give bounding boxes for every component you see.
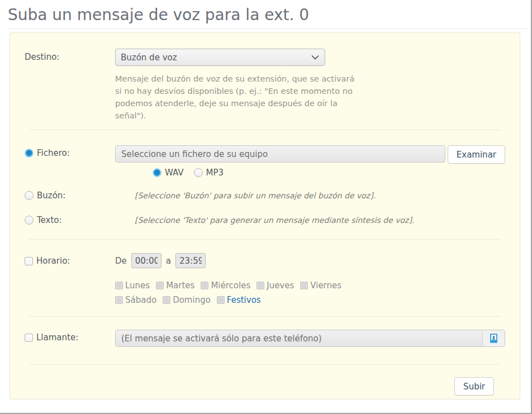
texto-hint: [Seleccione 'Texto' para generar un mens… [135, 212, 505, 225]
chevron-down-icon [311, 55, 319, 60]
festivos-link[interactable]: Festivos [227, 295, 261, 305]
domingo-checkbox[interactable] [163, 296, 170, 304]
llamante-label: Llamante: [36, 332, 78, 342]
sabado-label: Sábado [125, 295, 156, 305]
form-actions: Subir [25, 377, 505, 396]
viernes-label: Viernes [310, 280, 341, 291]
destino-label: Destino: [25, 52, 59, 62]
format-row: WAV MP3 [153, 168, 505, 178]
buzon-radio[interactable] [25, 191, 34, 200]
fichero-radio[interactable] [25, 149, 34, 158]
page-title: Suba un mensaje de voz para la ext. 0 [0, 0, 531, 28]
fichero-row: Fichero: Examinar WAV MP3 [25, 145, 505, 178]
submit-button[interactable]: Subir [454, 377, 494, 396]
horario-row: Horario: De a Lunes [25, 253, 505, 310]
festivos-checkbox[interactable] [217, 296, 225, 304]
miercoles-label: Miércoles [211, 280, 250, 291]
day-item-miercoles: Miércoles [201, 280, 250, 291]
martes-label: Martes [166, 280, 194, 291]
section-divider [29, 316, 501, 317]
mp3-radio[interactable] [194, 168, 203, 177]
section-divider [29, 364, 501, 365]
viernes-checkbox[interactable] [300, 282, 308, 289]
sabado-checkbox[interactable] [115, 296, 123, 304]
llamante-checkbox[interactable] [25, 334, 33, 342]
section-divider [29, 239, 501, 240]
day-item-lunes: Lunes [115, 280, 150, 291]
browse-button[interactable]: Examinar [448, 145, 505, 164]
texto-label: Texto: [37, 215, 62, 225]
caller-input-group [115, 330, 505, 347]
texto-row: Texto: [Seleccione 'Texto' para generar … [25, 212, 505, 225]
jueves-checkbox[interactable] [256, 282, 264, 289]
address-book-icon [489, 334, 498, 343]
lunes-checkbox[interactable] [115, 282, 123, 289]
time-from-label: De [115, 256, 127, 266]
wav-radio[interactable] [153, 168, 162, 177]
buzon-label: Buzón: [37, 191, 65, 201]
jueves-label: Jueves [267, 280, 294, 291]
contacts-button[interactable] [482, 330, 505, 346]
llamante-row: Llamante: [25, 330, 505, 347]
domingo-label: Domingo [173, 295, 211, 305]
title-divider [8, 28, 529, 29]
horario-label: Horario: [36, 256, 70, 266]
window: Suba un mensaje de voz para la ext. 0 De… [0, 0, 532, 414]
time-from-input[interactable] [131, 253, 162, 268]
time-to-input[interactable] [175, 253, 206, 268]
upload-form-panel: Destino: Buzón de voz Mensaje del buzón … [10, 32, 520, 399]
mp3-label: MP3 [206, 168, 224, 178]
day-item-domingo: Domingo [163, 295, 211, 305]
martes-checkbox[interactable] [156, 282, 164, 289]
section-divider [29, 130, 501, 130]
time-range: De a [115, 253, 505, 268]
time-to-label: a [166, 256, 171, 266]
buzon-hint: [Seleccione 'Buzón' para subir un mensaj… [135, 188, 505, 200]
destino-selected-value: Buzón de voz [121, 53, 177, 63]
caller-number-input[interactable] [116, 330, 482, 346]
days-selector: Lunes Martes Miércoles Jueves [115, 280, 505, 305]
destino-select[interactable]: Buzón de voz [115, 49, 325, 66]
destino-label-col: Destino: [25, 49, 115, 62]
day-item-jueves: Jueves [256, 280, 294, 291]
destino-help-text: Mensaje del buzón de voz de su extensión… [115, 73, 362, 122]
day-item-viernes: Viernes [300, 280, 341, 291]
day-item-martes: Martes [156, 280, 194, 291]
lunes-label: Lunes [125, 280, 150, 291]
day-item-sabado: Sábado [115, 295, 156, 305]
horario-checkbox[interactable] [25, 257, 33, 265]
miercoles-checkbox[interactable] [201, 282, 208, 289]
destino-row: Destino: Buzón de voz Mensaje del buzón … [25, 49, 505, 122]
file-input[interactable] [115, 145, 445, 163]
fichero-label: Fichero: [37, 148, 70, 158]
buzon-row: Buzón: [Seleccione 'Buzón' para subir un… [25, 188, 505, 201]
wav-label: WAV [165, 168, 184, 178]
texto-radio[interactable] [25, 216, 34, 225]
day-item-festivos: Festivos [217, 295, 261, 305]
